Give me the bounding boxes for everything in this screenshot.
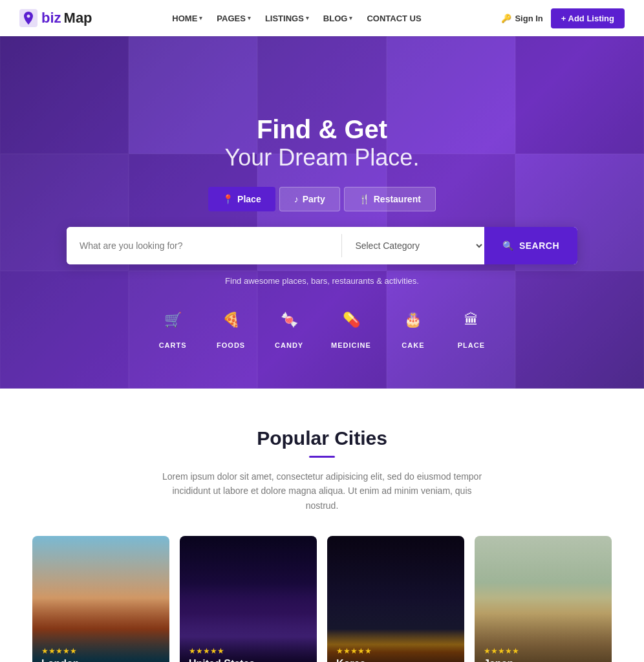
hero-tab-restaurant[interactable]: 🍴 Restaurent <box>344 187 436 211</box>
hero-title: Find & Get <box>257 114 387 144</box>
hero-search-bar: Select Category Food Entertainment Shopp… <box>67 227 577 264</box>
nav-item-contact[interactable]: CONTACT US <box>367 14 421 23</box>
search-button[interactable]: 🔍 SEARCH <box>484 227 577 264</box>
city-card-korea[interactable]: ★★★★★ Korea 🏙 12 Cities 📋 30+ Listing <box>327 536 464 662</box>
section-description: Lorem ipsum dolor sit amet, consectetur … <box>160 469 484 513</box>
cities-grid: ★★★★★ London 🏙 12 Cities 📋 30+ Listing <box>32 536 612 662</box>
nav-item-listings[interactable]: LISTINGS ▾ <box>265 14 309 23</box>
nav-menu: HOME ▾ PAGES ▾ LISTINGS ▾ BLOG ▾ CONTACT… <box>172 14 421 23</box>
hero-tab-party[interactable]: ♪ Party <box>279 187 340 211</box>
category-carts[interactable]: 🛒 CARTS <box>156 304 189 349</box>
party-icon: ♪ <box>294 194 299 204</box>
place-category-icon: 🏛 <box>455 304 488 336</box>
city-name-london: London <box>41 658 160 662</box>
hero-section: Find & Get Your Dream Place. 📍 Place ♪ P… <box>0 36 644 389</box>
hero-tagline: Find awesome places, bars, restaurants &… <box>225 276 419 286</box>
city-name-japan: Japan <box>484 658 603 662</box>
carts-icon: 🛒 <box>156 304 189 336</box>
nav-item-home[interactable]: HOME ▾ <box>172 14 202 23</box>
city-card-us[interactable]: ★★★★★ United States 🏙 12 Cities 📋 30+ Li… <box>180 536 317 662</box>
city-info-korea: ★★★★★ Korea 🏙 12 Cities 📋 30+ Listing <box>327 637 464 662</box>
city-name-us: United States <box>189 658 308 662</box>
city-stars-london: ★★★★★ <box>41 646 160 656</box>
logo-map: Map <box>64 10 92 27</box>
category-medicine[interactable]: 💊 MEDICINE <box>331 304 371 349</box>
popular-cities-section: Popular Cities Lorem ipsum dolor sit ame… <box>0 389 644 662</box>
search-input[interactable] <box>67 227 341 264</box>
city-stars-us: ★★★★★ <box>189 646 308 656</box>
restaurant-icon: 🍴 <box>359 194 370 204</box>
city-info-japan: ★★★★★ Japan 🏙 12 Cities 📋 30+ Listing <box>475 637 612 662</box>
hero-tabs: 📍 Place ♪ Party 🍴 Restaurent <box>208 187 436 211</box>
nav-item-blog[interactable]: BLOG ▾ <box>323 14 353 23</box>
signin-icon: 🔑 <box>501 14 511 23</box>
medicine-icon: 💊 <box>335 304 367 336</box>
city-name-korea: Korea <box>336 658 455 662</box>
nav-item-pages[interactable]: PAGES ▾ <box>217 14 251 23</box>
add-listing-button[interactable]: + Add Listing <box>551 8 625 28</box>
brand-logo[interactable]: bizMap <box>19 9 92 27</box>
cake-icon: 🎂 <box>397 304 429 336</box>
place-icon: 📍 <box>222 194 233 204</box>
hero-categories: 🛒 CARTS 🍕 FOODS 🍬 CANDY 💊 MEDICINE 🎂 CAK… <box>156 304 488 349</box>
signin-button[interactable]: 🔑 Sign In <box>501 14 542 23</box>
city-stars-japan: ★★★★★ <box>484 646 603 656</box>
hero-subtitle: Your Dream Place. <box>225 144 420 171</box>
city-info-london: ★★★★★ London 🏙 12 Cities 📋 30+ Listing <box>32 637 169 662</box>
foods-icon: 🍕 <box>215 304 247 336</box>
category-cake[interactable]: 🎂 CAKE <box>397 304 429 349</box>
city-info-us: ★★★★★ United States 🏙 12 Cities 📋 30+ Li… <box>180 637 317 662</box>
navbar-actions: 🔑 Sign In + Add Listing <box>501 8 625 28</box>
logo-biz: biz <box>41 10 61 27</box>
section-underline <box>309 456 335 458</box>
hero-content: Find & Get Your Dream Place. 📍 Place ♪ P… <box>67 76 577 349</box>
hero-tab-place[interactable]: 📍 Place <box>208 187 275 211</box>
city-stars-korea: ★★★★★ <box>336 646 455 656</box>
city-card-london[interactable]: ★★★★★ London 🏙 12 Cities 📋 30+ Listing <box>32 536 169 662</box>
navbar: bizMap HOME ▾ PAGES ▾ LISTINGS ▾ BLOG ▾ … <box>0 0 644 36</box>
city-card-japan[interactable]: ★★★★★ Japan 🏙 12 Cities 📋 30+ Listing <box>475 536 612 662</box>
category-select[interactable]: Select Category Food Entertainment Shopp… <box>342 227 484 264</box>
candy-icon: 🍬 <box>273 304 305 336</box>
category-candy[interactable]: 🍬 CANDY <box>273 304 305 349</box>
section-title: Popular Cities <box>32 427 612 449</box>
category-place[interactable]: 🏛 PLACE <box>455 304 488 349</box>
category-foods[interactable]: 🍕 FOODS <box>215 304 247 349</box>
search-icon: 🔍 <box>502 240 514 251</box>
